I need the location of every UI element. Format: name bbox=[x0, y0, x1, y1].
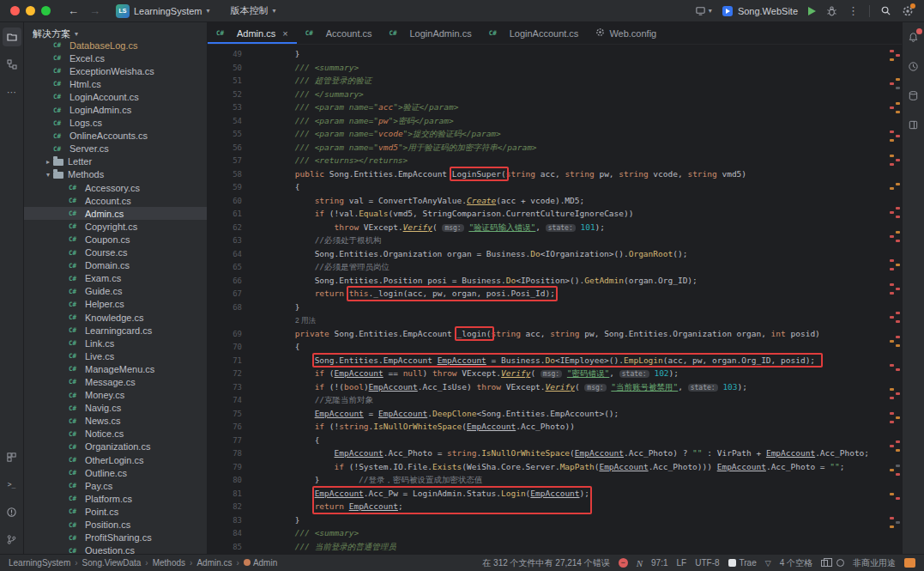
chevron-open-icon[interactable]: ▾ bbox=[43, 171, 53, 179]
history-button[interactable] bbox=[904, 57, 923, 76]
tree-item-Message.cs[interactable]: C#Message.cs bbox=[24, 375, 207, 388]
more-actions-button[interactable]: ⋮ bbox=[848, 4, 859, 17]
indent-setting[interactable]: 4 个空格 bbox=[780, 557, 812, 569]
tree-item-Position.cs[interactable]: C#Position.cs bbox=[24, 518, 207, 531]
code-line[interactable]: 54 /// <param name="pw">密码</param> bbox=[213, 114, 902, 128]
code-line[interactable]: 53 /// <param name="acc">验证</param> bbox=[213, 100, 902, 114]
services-tool-button[interactable] bbox=[3, 447, 21, 466]
vcs-widget[interactable]: 版本控制 ▾ bbox=[226, 3, 281, 19]
code-line[interactable]: 66 Song.Entities.Position posi = Busines… bbox=[213, 274, 902, 288]
settings-button[interactable] bbox=[902, 5, 914, 17]
line-number[interactable]: 62 bbox=[213, 222, 242, 235]
tree-item-Account.cs[interactable]: C#Account.cs bbox=[24, 194, 207, 207]
errors-icon[interactable]: − bbox=[619, 558, 628, 568]
line-number[interactable]: 72 bbox=[213, 368, 242, 381]
line-number[interactable]: 55 bbox=[213, 128, 242, 142]
tree-item-Helper.cs[interactable]: C#Helper.cs bbox=[24, 298, 207, 311]
line-number[interactable]: 75 bbox=[213, 408, 242, 422]
code-line[interactable]: 64 Song.Entities.Organization organ = Bu… bbox=[213, 247, 902, 261]
code-line[interactable]: 81 EmpAccount.Acc_Pw = LoginAdmin.Status… bbox=[213, 487, 902, 501]
tree-item-Question.cs[interactable]: C#Question.cs bbox=[24, 544, 207, 554]
tree-item-Domain.cs[interactable]: C#Domain.cs bbox=[24, 259, 207, 272]
code-line[interactable]: 80 } //登录，密码被设置成加密状态值 bbox=[213, 473, 902, 487]
code-line[interactable]: 55 /// <param name="vcode">提交的验证码</param… bbox=[213, 127, 902, 141]
error-stripe[interactable] bbox=[889, 45, 902, 554]
line-separator[interactable]: LF bbox=[677, 558, 687, 568]
tree-item-News.cs[interactable]: C#News.cs bbox=[24, 415, 207, 428]
line-number[interactable]: 83 bbox=[213, 514, 242, 528]
code-line[interactable]: 74 //克隆当前对象 bbox=[213, 393, 902, 407]
forward-arrow-icon[interactable]: → bbox=[89, 4, 100, 17]
version-control-tool-button[interactable] bbox=[3, 530, 21, 549]
back-arrow-icon[interactable]: ← bbox=[68, 4, 79, 17]
line-number[interactable]: 70 bbox=[213, 341, 242, 355]
code-line[interactable]: 76 if (!string.IsNullOrWhiteSpace(EmpAcc… bbox=[213, 420, 902, 434]
code-line[interactable]: 52 /// </summary> bbox=[213, 88, 902, 101]
maximize-window-button[interactable] bbox=[41, 6, 51, 15]
tree-item-LoginAccount.cs[interactable]: C#LoginAccount.cs bbox=[24, 90, 207, 103]
more-tools-button[interactable]: ⋯ bbox=[3, 82, 21, 101]
tree-item-ManageMenu.cs[interactable]: C#ManageMenu.cs bbox=[24, 362, 207, 375]
line-number[interactable]: 53 bbox=[213, 101, 242, 115]
usages-hint-line[interactable]: 2 用法 bbox=[213, 313, 902, 327]
line-number[interactable]: 59 bbox=[213, 181, 242, 195]
tree-item-Server.cs[interactable]: C#Server.cs bbox=[24, 143, 207, 155]
line-number[interactable]: 61 bbox=[213, 208, 242, 222]
close-tab-icon[interactable]: × bbox=[282, 28, 287, 39]
tree-item-Outline.cs[interactable]: C#Outline.cs bbox=[24, 466, 207, 479]
code-line[interactable]: 61 if (!val.Equals(vmd5, StringCompariso… bbox=[213, 207, 902, 221]
line-number[interactable]: 58 bbox=[213, 168, 242, 182]
tree-item-Guide.cs[interactable]: C#Guide.cs bbox=[24, 285, 207, 298]
line-number[interactable]: 65 bbox=[213, 261, 242, 275]
tab-Web.config[interactable]: Web.config bbox=[587, 22, 665, 44]
line-number[interactable]: 51 bbox=[213, 75, 242, 88]
line-number[interactable]: 67 bbox=[213, 288, 242, 301]
tab-LoginAdmin.cs[interactable]: C#LoginAdmin.cs bbox=[381, 22, 480, 44]
error-summary[interactable]: 在 312 个文件中有 27,214 个错误 bbox=[482, 557, 609, 569]
chevron-closed-icon[interactable]: ▸ bbox=[43, 158, 53, 166]
line-number[interactable]: 50 bbox=[213, 62, 242, 76]
breadcrumb-item[interactable]: Admin bbox=[244, 558, 277, 568]
tree-item-Navig.cs[interactable]: C#Navig.cs bbox=[24, 402, 207, 415]
breadcrumb-item[interactable]: Song.ViewData bbox=[82, 558, 142, 568]
line-number[interactable]: 80 bbox=[213, 474, 242, 488]
filter-icon[interactable]: ▽ bbox=[765, 559, 771, 568]
line-number[interactable]: 84 bbox=[213, 527, 242, 541]
tab-Account.cs[interactable]: C#Account.cs bbox=[297, 22, 381, 44]
tree-item-Live.cs[interactable]: C#Live.cs bbox=[24, 349, 207, 362]
line-number[interactable]: 78 bbox=[213, 447, 242, 461]
tab-Admin.cs[interactable]: C#Admin.cs× bbox=[208, 22, 297, 44]
debug-button[interactable] bbox=[826, 5, 837, 16]
code-line[interactable]: 86 /// </summary> bbox=[213, 553, 902, 554]
tree-item-Organization.cs[interactable]: C#Organization.cs bbox=[24, 440, 207, 453]
structure-tool-button[interactable] bbox=[3, 55, 21, 74]
line-number[interactable]: 73 bbox=[213, 381, 242, 395]
tree-item-Platform.cs[interactable]: C#Platform.cs bbox=[24, 492, 207, 505]
breadcrumb-item[interactable]: Admin.cs bbox=[196, 558, 232, 568]
code-line[interactable]: 51 /// 超管登录的验证 bbox=[213, 74, 902, 88]
caret-position[interactable]: 97:1 bbox=[651, 558, 667, 568]
line-number[interactable]: 63 bbox=[213, 234, 242, 248]
line-number[interactable]: 77 bbox=[213, 434, 242, 448]
code-line[interactable]: 67 return this._login(acc, pw, organ, po… bbox=[213, 287, 902, 301]
copy-icon[interactable] bbox=[821, 560, 828, 567]
line-number[interactable]: 60 bbox=[213, 195, 242, 209]
code-line[interactable]: 50 /// <summary> bbox=[213, 61, 902, 75]
line-number[interactable]: 85 bbox=[213, 541, 242, 555]
license-label[interactable]: 非商业用途 bbox=[853, 557, 896, 569]
line-number[interactable]: 66 bbox=[213, 275, 242, 289]
tree-item-Money.cs[interactable]: C#Money.cs bbox=[24, 389, 207, 402]
line-number[interactable]: 57 bbox=[213, 155, 242, 168]
file-encoding[interactable]: UTF-8 bbox=[695, 558, 719, 568]
code-line[interactable]: 58 public Song.Entities.EmpAccount Login… bbox=[213, 167, 902, 181]
line-number[interactable]: 52 bbox=[213, 88, 242, 102]
line-number[interactable]: 71 bbox=[213, 355, 242, 368]
code-line[interactable]: 69 private Song.Entities.EmpAccount _log… bbox=[213, 327, 902, 341]
tree-item-Pay.cs[interactable]: C#Pay.cs bbox=[24, 479, 207, 492]
tree-item-Coupon.cs[interactable]: C#Coupon.cs bbox=[24, 233, 207, 246]
code-line[interactable]: 60 string val = ConvertToAnyValue.Create… bbox=[213, 194, 902, 208]
code-line[interactable]: 84 /// <summary> bbox=[213, 526, 902, 540]
line-number[interactable]: 49 bbox=[213, 48, 242, 62]
tree-item-Knowledge.cs[interactable]: C#Knowledge.cs bbox=[24, 311, 207, 324]
line-number[interactable]: 69 bbox=[213, 328, 242, 342]
